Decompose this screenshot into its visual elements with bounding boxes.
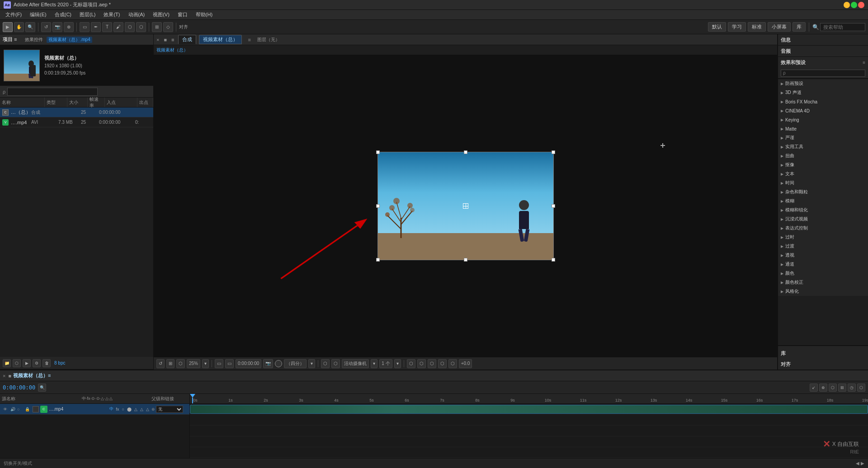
project-item-comp[interactable]: C …（总） 合成 25 0:00:00:00 — [0, 108, 153, 117]
library-section-header[interactable]: 库 — [778, 348, 868, 359]
puppet-tool[interactable]: ⊞ — [152, 22, 162, 32]
handle-left[interactable] — [376, 204, 380, 208]
open-footage-btn[interactable]: ▶ — [23, 359, 31, 367]
transform-center[interactable] — [463, 203, 468, 209]
views-dropdown[interactable]: ▾ — [394, 359, 401, 368]
effects-menu-icon[interactable]: ≡ — [863, 60, 865, 65]
effect-group-keying2[interactable]: ▶ 抠像 — [778, 160, 868, 169]
timeline-ctrl-5[interactable]: ◷ — [848, 384, 856, 392]
viewer-grid-btn[interactable]: ⊞ — [166, 359, 175, 368]
viewer-reset-btn[interactable]: ↺ — [156, 359, 165, 368]
layer-eye-btn[interactable]: 👁 — [2, 406, 8, 412]
render-btn1[interactable]: ⬡ — [321, 359, 330, 368]
effect-group-cinema4d[interactable]: ▶ CINEMA 4D — [778, 106, 868, 115]
effect-group-matte[interactable]: ▶ Matte — [778, 124, 868, 133]
project-item-video[interactable]: V ….mp4 AVI 7.3 MB 25 0:00:00:00 0: — [0, 117, 153, 127]
select-tool[interactable]: ▶ — [3, 22, 13, 32]
effect-group-expression[interactable]: ▶ 表达式控制 — [778, 224, 868, 233]
effect-group-perspective[interactable]: ▶ 透视 — [778, 251, 868, 260]
effects-search-input[interactable] — [781, 70, 865, 77]
timeline-ctrl-4[interactable]: ⊞ — [838, 384, 846, 392]
handle-br[interactable] — [552, 258, 555, 262]
camera-dropdown[interactable]: ▾ — [371, 359, 377, 368]
render-btn7[interactable]: ⬡ — [448, 359, 457, 368]
effect-group-3d[interactable]: ▶ 3D 声道 — [778, 88, 868, 97]
stamp-tool[interactable]: ⬡ — [125, 22, 135, 32]
effect-group-stylize[interactable]: ▶ 风格化 — [778, 287, 868, 296]
timeline-ctrl-6[interactable]: ⬡ — [857, 384, 865, 392]
handle-tr[interactable] — [552, 150, 555, 154]
menu-窗口[interactable]: 窗口 — [174, 10, 191, 19]
effect-group-strict[interactable]: ▶ 严谨 — [778, 133, 868, 142]
pen-tool[interactable]: ✒ — [91, 22, 101, 32]
layer-fx[interactable]: fx — [115, 407, 120, 412]
timeline-ctrl-1[interactable]: ↙ — [810, 384, 818, 392]
effects-header[interactable]: 效果和预设 ≡ — [778, 57, 868, 68]
effect-group-immersive[interactable]: ▶ 沉浸式视频 — [778, 215, 868, 224]
maximize-button[interactable] — [851, 2, 857, 8]
effect-group-presets[interactable]: ▶ 防画预设 — [778, 79, 868, 88]
layer-3d[interactable]: △ — [133, 407, 138, 412]
trash-btn[interactable]: 🗑 — [42, 359, 51, 367]
mask-tool[interactable]: ▭ — [80, 22, 90, 32]
project-search-input[interactable] — [7, 88, 98, 96]
timeline-pin-btn[interactable]: ■ — [8, 373, 11, 379]
handle-right[interactable] — [552, 204, 555, 208]
footage-settings-btn[interactable]: ⚙ — [33, 359, 41, 367]
shape-tool[interactable]: ◇ — [163, 22, 173, 32]
layer-audio-btn[interactable]: 🔊 — [9, 406, 16, 412]
effect-group-keying[interactable]: ▶ Keying — [778, 115, 868, 124]
effect-group-noise[interactable]: ▶ 杂色和颗粒 — [778, 187, 868, 197]
camera-display[interactable]: 活动摄像机 — [342, 359, 369, 368]
snapshot-btn[interactable]: 📷 — [263, 359, 273, 368]
layer-row-video[interactable]: 👁 🔊 ○ 🔒 C ….mp4 中 fx ○ ⬤ △ △ △ ⊕ — [0, 404, 189, 415]
render-btn2[interactable]: ⬡ — [331, 359, 340, 368]
quality-dropdown[interactable]: ▾ — [308, 359, 315, 368]
minimize-button[interactable] — [844, 2, 850, 8]
effect-group-obsolete[interactable]: ▶ 过时 — [778, 233, 868, 242]
effect-group-utility[interactable]: ▶ 实用工具 — [778, 142, 868, 151]
timeline-ctrl-2[interactable]: ⊕ — [819, 384, 827, 392]
menu-帮助[interactable]: 帮助(H) — [192, 10, 216, 19]
handle-top[interactable] — [464, 150, 467, 154]
time-display[interactable]: 0:00:00:00 — [236, 359, 261, 368]
comp-tab-footage[interactable]: 视频素材（总） — [199, 35, 242, 44]
comp-close-btn[interactable]: × — [156, 37, 159, 42]
timeline-ctrl-3[interactable]: ⬡ — [829, 384, 837, 392]
effect-group-distort[interactable]: ▶ 扭曲 — [778, 151, 868, 160]
audio-header[interactable]: 音频 — [778, 46, 868, 56]
search-layer-btn[interactable]: 🔍 — [38, 384, 46, 392]
handle-bottom[interactable] — [464, 258, 467, 262]
workspace-standard[interactable]: 标准 — [748, 22, 766, 32]
close-button[interactable] — [858, 2, 864, 8]
effect-group-blur-sharpen[interactable]: ▶ 模糊和锐化 — [778, 206, 868, 215]
render-btn6[interactable]: ⬡ — [438, 359, 447, 368]
effect-group-color-correct[interactable]: ▶ 颜色校正 — [778, 278, 868, 287]
effects-tab[interactable]: 效果控件 — [23, 37, 45, 43]
handle-bl[interactable] — [376, 258, 380, 262]
comp-pin-btn[interactable]: ■ — [164, 37, 167, 42]
pan-tool[interactable]: ⊕ — [64, 22, 74, 32]
menu-编辑[interactable]: 编辑(E) — [26, 10, 50, 19]
brush-tool[interactable]: 🖌 — [113, 22, 123, 32]
menu-合成[interactable]: 合成(C) — [51, 10, 75, 19]
track-clip-1[interactable] — [190, 405, 868, 414]
menu-动画[interactable]: 动画(A) — [125, 10, 149, 19]
frame-btn2[interactable]: ▭ — [225, 359, 234, 368]
ruler-playhead[interactable] — [190, 394, 195, 404]
viewer-transparency-btn[interactable]: ⬡ — [176, 359, 185, 368]
menu-图层[interactable]: 图层(L) — [76, 10, 99, 19]
breadcrumb-footage[interactable]: 视频素材（总） — [156, 47, 188, 53]
zoom-display[interactable]: 25% — [187, 359, 200, 368]
effect-group-color[interactable]: ▶ 颜色 — [778, 269, 868, 278]
layer-lock-btn[interactable]: 🔒 — [25, 406, 31, 412]
hand-tool[interactable]: ✋ — [14, 22, 24, 32]
layer-solo-btn[interactable]: ○ — [17, 406, 24, 412]
effect-group-boris[interactable]: ▶ Boris FX Mocha — [778, 97, 868, 106]
workspace-library[interactable]: 库 — [793, 22, 806, 32]
effect-group-text[interactable]: ▶ 文本 — [778, 169, 868, 178]
comp-tab-main[interactable]: 合成 — [178, 35, 196, 44]
camera-tool[interactable]: 📷 — [52, 22, 62, 32]
info-header[interactable]: 信息 — [778, 34, 868, 45]
render-btn3[interactable]: ⬡ — [407, 359, 415, 368]
